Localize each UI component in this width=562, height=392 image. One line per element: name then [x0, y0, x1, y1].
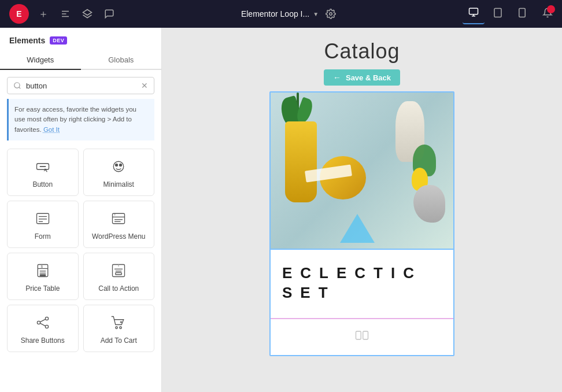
- svg-rect-5: [469, 8, 478, 14]
- tablet-device-button[interactable]: [487, 3, 509, 24]
- button-widget-icon: [35, 157, 51, 176]
- mobile-device-button[interactable]: [511, 3, 533, 24]
- eclectic-text: ECLECTIC SET: [282, 264, 442, 303]
- save-back-label: Save & Back: [346, 73, 391, 82]
- widget-card-button[interactable]: Button: [7, 149, 79, 196]
- sidebar: Elements DEV Widgets Globals ✕ For easy …: [0, 28, 162, 392]
- logo-letter: E: [16, 9, 21, 19]
- sidebar-title: Elements: [9, 36, 45, 45]
- eclectic-line-2: SET: [282, 283, 442, 303]
- chevron-down-icon: ▼: [313, 11, 319, 17]
- widget-card-add-to-cart[interactable]: Add To Cart: [83, 305, 155, 352]
- hint-link[interactable]: Got It: [43, 126, 60, 133]
- wordpress-menu-widget-label: WordPress Menu: [92, 232, 145, 241]
- widget-card-share-buttons[interactable]: Share Buttons: [7, 305, 79, 352]
- svg-point-12: [14, 83, 20, 88]
- gear-icon[interactable]: [323, 6, 338, 21]
- main-layout: Elements DEV Widgets Globals ✕ For easy …: [0, 28, 562, 392]
- svg-rect-33: [40, 274, 46, 276]
- add-button[interactable]: ＋: [36, 5, 51, 23]
- share-buttons-widget-icon: [35, 313, 51, 332]
- comments-button[interactable]: [102, 6, 117, 21]
- price-table-widget-label: Price Table: [25, 284, 60, 293]
- svg-point-40: [45, 325, 48, 328]
- sidebar-tabs: Widgets Globals: [0, 51, 161, 70]
- widget-card-wordpress-menu[interactable]: T WordPress Menu: [83, 201, 155, 248]
- canvas-image-section: ‹: [271, 93, 453, 249]
- hint-box: For easy access, favorite the widgets yo…: [7, 99, 154, 140]
- canvas-title: Catalog: [324, 39, 400, 64]
- widgets-grid: Button Minimalist: [0, 146, 161, 359]
- topbar-right: [463, 3, 553, 24]
- svg-line-42: [40, 323, 45, 326]
- minimalist-widget-icon: [110, 157, 127, 176]
- widget-card-call-to-action[interactable]: Call to Action: [83, 253, 155, 300]
- svg-point-4: [330, 13, 332, 16]
- minimalist-widget-label: Minimalist: [103, 180, 134, 188]
- svg-rect-37: [116, 272, 122, 275]
- notification-badge: [547, 5, 555, 13]
- widget-card-price-table[interactable]: $ Price Table: [7, 253, 79, 300]
- svg-line-41: [40, 319, 45, 322]
- tab-widgets[interactable]: Widgets: [0, 51, 81, 70]
- svg-point-43: [120, 327, 122, 329]
- app-title: Elementor Loop I...: [241, 9, 309, 19]
- form-widget-icon: [35, 209, 51, 228]
- add-to-cart-widget-icon: [110, 313, 127, 332]
- canvas-text-section: ECLECTIC SET: [271, 249, 453, 318]
- price-table-widget-icon: $: [35, 261, 51, 280]
- form-widget-label: Form: [35, 232, 51, 241]
- blue-triangle: [340, 214, 375, 243]
- widget-card-form[interactable]: Form: [7, 201, 79, 248]
- canvas-frame: ‹ ECLECTIC SET: [269, 91, 454, 356]
- notifications-button[interactable]: [542, 8, 553, 21]
- svg-rect-19: [36, 213, 49, 224]
- button-widget-label: Button: [32, 180, 53, 188]
- widget-card-minimalist[interactable]: Minimalist: [83, 149, 155, 196]
- svg-line-13: [19, 87, 21, 89]
- svg-point-39: [37, 321, 40, 324]
- add-to-cart-widget-label: Add To Cart: [101, 336, 137, 345]
- dev-badge: DEV: [50, 36, 67, 45]
- save-back-button[interactable]: ← Save & Back: [324, 69, 400, 86]
- search-clear-button[interactable]: ✕: [141, 81, 148, 90]
- svg-point-17: [115, 164, 118, 167]
- wordpress-menu-widget-icon: T: [110, 209, 127, 228]
- svg-rect-48: [363, 331, 368, 339]
- elementor-logo[interactable]: E: [9, 4, 29, 24]
- eclectic-line-1: ECLECTIC: [282, 264, 442, 283]
- settings-panel-button[interactable]: [58, 6, 73, 21]
- svg-point-18: [119, 164, 122, 167]
- canvas-area: Catalog ← Save & Back: [162, 28, 562, 392]
- title-dropdown[interactable]: Elementor Loop I... ▼: [241, 9, 319, 19]
- device-switcher: [463, 3, 533, 24]
- share-buttons-widget-label: Share Buttons: [21, 336, 65, 345]
- layers-button[interactable]: [80, 6, 95, 21]
- topbar: E ＋ Elementor Loop I... ▼: [0, 0, 562, 28]
- sidebar-header: Elements DEV: [0, 28, 161, 45]
- svg-point-44: [116, 327, 118, 329]
- svg-text:T: T: [114, 213, 116, 216]
- search-icon: [13, 82, 21, 90]
- svg-rect-8: [494, 9, 501, 17]
- svg-marker-3: [83, 10, 92, 16]
- canvas-bottom-section: [271, 318, 453, 355]
- hint-text: For easy access, favorite the widgets yo…: [14, 106, 136, 133]
- call-to-action-widget-label: Call to Action: [98, 284, 139, 293]
- tab-globals[interactable]: Globals: [81, 51, 162, 70]
- back-arrow-icon: ←: [333, 73, 341, 82]
- svg-text:$: $: [40, 264, 43, 268]
- call-to-action-widget-icon: [110, 261, 127, 280]
- svg-point-38: [45, 317, 48, 320]
- topbar-center: Elementor Loop I... ▼: [241, 6, 338, 21]
- svg-point-16: [114, 161, 124, 172]
- desktop-device-button[interactable]: [463, 3, 485, 24]
- search-input[interactable]: [26, 82, 136, 90]
- svg-rect-10: [519, 9, 526, 17]
- search-bar: ✕: [7, 77, 154, 94]
- loop-icon: [354, 327, 370, 347]
- tall-vase: [285, 121, 317, 202]
- svg-rect-47: [356, 331, 361, 339]
- topbar-left: E ＋: [9, 4, 117, 24]
